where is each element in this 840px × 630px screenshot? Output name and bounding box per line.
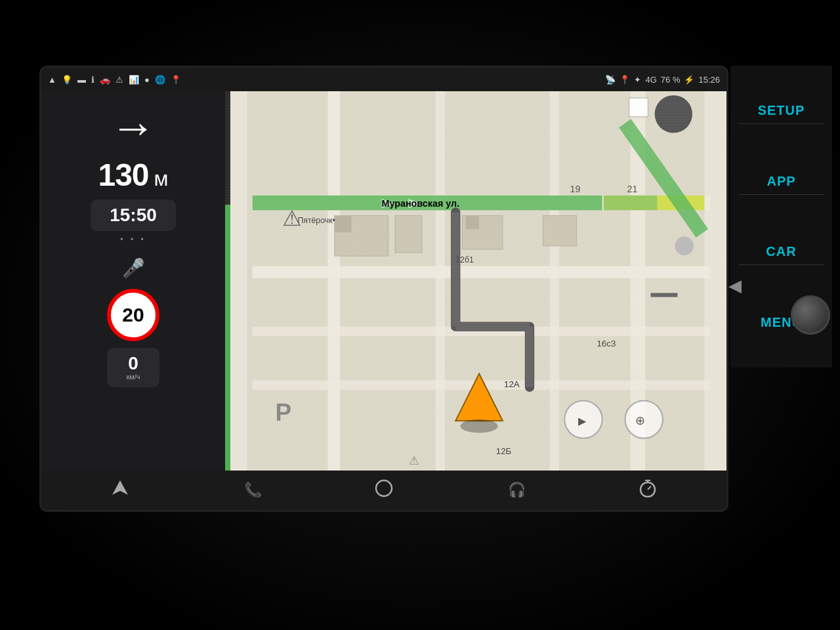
svg-text:21: 21	[627, 184, 638, 194]
svg-point-14	[460, 419, 497, 432]
svg-marker-42	[112, 480, 128, 495]
volume-knob[interactable]	[791, 295, 830, 335]
svg-rect-7	[550, 91, 559, 471]
svg-text:⚠: ⚠	[409, 453, 419, 467]
pin-icon: 📍	[171, 75, 181, 85]
signal-strength: 4G	[645, 75, 656, 85]
svg-rect-5	[328, 91, 340, 471]
distance-value: 130	[98, 157, 148, 193]
battery-percent: 76 %	[661, 75, 681, 85]
home-button[interactable]	[364, 474, 404, 507]
globe-icon: 🌐	[155, 75, 165, 85]
charging-icon: ⚡	[684, 75, 694, 85]
speed-value: 0	[128, 354, 138, 373]
svg-rect-10	[604, 196, 658, 211]
setup-button[interactable]: SETUP	[739, 98, 824, 124]
navigation-button[interactable]	[100, 474, 140, 507]
location-icon-status: 📍	[620, 75, 630, 85]
svg-text:16с3: 16с3	[597, 339, 616, 348]
svg-text:Мурановская ул.: Мурановская ул.	[382, 198, 460, 209]
media-button[interactable]: 🎧	[496, 474, 536, 507]
svg-text:Пятёрочк•: Пятёрочк•	[297, 216, 335, 225]
svg-text:12б1: 12б1	[455, 255, 474, 264]
arrival-time: 15:50	[91, 200, 176, 231]
svg-text:🎧: 🎧	[508, 481, 525, 497]
status-bar-icons: ▲ 💡 ▬ ℹ 🚗 ⚠ 📊 ● 🌐 📍	[48, 75, 181, 85]
svg-text:📞: 📞	[244, 481, 261, 497]
svg-text:▶: ▶	[578, 415, 587, 427]
info-icon: ℹ	[91, 75, 94, 85]
svg-text:12Б: 12Б	[496, 446, 512, 456]
cast-icon: 📡	[605, 75, 616, 85]
circle-icon: ●	[144, 75, 150, 85]
bottom-toolbar: 📞 🎧	[41, 471, 726, 510]
current-speed-display: 0 км/ч	[107, 348, 159, 387]
light-icon: 💡	[62, 75, 72, 85]
svg-rect-22	[543, 216, 576, 246]
svg-rect-21	[466, 216, 479, 229]
current-time: 15:26	[698, 75, 720, 85]
nav-panel: → 130 м 15:50 • • • 🎤 20 0 км/ч	[41, 91, 225, 471]
turn-direction-icon: →	[110, 104, 156, 150]
svg-rect-33	[629, 98, 648, 117]
speed-limit-sign: 20	[107, 289, 159, 341]
bluetooth-icon: ✦	[634, 75, 641, 85]
phone-button[interactable]: 📞	[232, 474, 272, 507]
status-bar-right: 📡 📍 ✦ 4G 76 % ⚡ 15:26	[605, 75, 720, 85]
svg-rect-19	[395, 216, 422, 253]
car-icon-status: 🚗	[100, 75, 110, 85]
svg-point-44	[376, 480, 392, 496]
svg-point-34	[655, 95, 692, 133]
status-bar: ▲ 💡 ▬ ℹ 🚗 ⚠ 📊 ● 🌐 📍 📡 📍 ✦ 4G 76 % ⚡ 15:2…	[41, 68, 726, 91]
speed-unit: км/ч	[126, 373, 140, 381]
svg-rect-6	[436, 91, 445, 471]
battery-icon-status: ▬	[77, 75, 86, 85]
timer-button[interactable]	[628, 474, 667, 507]
microphone-icon[interactable]: 🎤	[122, 257, 145, 279]
svg-text:19: 19	[570, 184, 580, 194]
svg-text:P: P	[276, 399, 292, 426]
svg-rect-36	[650, 293, 677, 297]
svg-text:12А: 12А	[504, 379, 520, 389]
distance-unit: м	[154, 167, 169, 191]
map-area[interactable]: 19 21 ⚠ Пятёрочк• Мурановская ул. 12б1 1…	[225, 91, 726, 471]
svg-text:⊕: ⊕	[635, 413, 645, 427]
warning-icon-status: ⚠	[116, 75, 123, 85]
back-arrow-button[interactable]: ◀	[728, 276, 742, 296]
nav-icon-status: ▲	[48, 75, 56, 85]
screen-bezel: ▲ 💡 ▬ ℹ 🚗 ⚠ 📊 ● 🌐 📍 📡 📍 ✦ 4G 76 % ⚡ 15:2…	[39, 66, 728, 512]
chart-icon: 📊	[129, 75, 139, 85]
svg-point-35	[675, 236, 694, 255]
svg-rect-18	[335, 216, 352, 233]
svg-line-49	[648, 486, 651, 490]
car-interior: ▲ 💡 ▬ ℹ 🚗 ⚠ 📊 ● 🌐 📍 📡 📍 ✦ 4G 76 % ⚡ 15:2…	[0, 0, 840, 630]
app-button[interactable]: APP	[739, 169, 824, 195]
map-svg: 19 21 ⚠ Пятёрочк• Мурановская ул. 12б1 1…	[225, 91, 726, 471]
car-button[interactable]: CAR	[739, 239, 824, 265]
